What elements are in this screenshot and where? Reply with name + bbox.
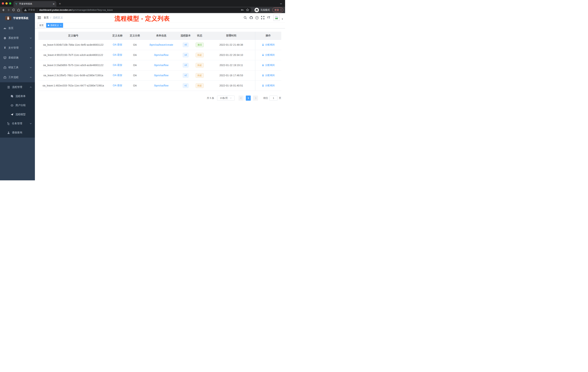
- pagination: 共 5 条 10条/页 1 前往 页: [35, 96, 281, 101]
- window-zoom-button[interactable]: [9, 2, 11, 5]
- table-row: oa_leave:3:1fad3d93-7b75-11ec-a3c8-acde4…: [38, 60, 281, 70]
- goto-label: 前往: [263, 97, 268, 100]
- assign-rule-link[interactable]: 分配规则: [262, 53, 274, 57]
- fullscreen-icon[interactable]: [261, 16, 265, 19]
- form-info-link[interactable]: /bpm/oa/flow: [154, 64, 168, 67]
- breadcrumb: 首页 / 流程定义: [44, 16, 63, 19]
- cell-actions: 分配规则: [255, 50, 281, 60]
- update-label: 更新: [274, 8, 279, 12]
- back-button[interactable]: [2, 8, 5, 12]
- sidebar-item-payment[interactable]: ¥ 支付管理: [0, 43, 35, 53]
- goto-page-input[interactable]: [269, 96, 277, 101]
- assign-rule-link[interactable]: 分配规则: [262, 84, 274, 87]
- home-button[interactable]: [17, 8, 20, 12]
- sidebar-item-infrastructure[interactable]: 基础设施: [0, 53, 35, 63]
- table-row: oa_leave:4:991f2193-7b7f-11ec-a3c8-acde4…: [38, 50, 281, 60]
- next-page-button[interactable]: [253, 96, 258, 101]
- breadcrumb-home[interactable]: 首页: [44, 16, 49, 19]
- form-info-link[interactable]: /bpm/oa/leave/create: [149, 43, 173, 46]
- browser-tab[interactable]: 芋道管理系统 ✕: [13, 1, 56, 7]
- cell-category: OA: [127, 80, 143, 91]
- assign-rule-link[interactable]: 分配规则: [262, 74, 274, 77]
- table-row: oa_leave:2:3c1f0ef1-76b1-11ec-9c66-a2380…: [38, 70, 281, 80]
- window-minimize-button[interactable]: [5, 2, 8, 5]
- sidebar-collapse-icon[interactable]: [35, 16, 44, 19]
- main-area: 首页 / 流程定义 流程模型 - 定义列表 ? TT: [35, 13, 285, 180]
- sidebar-item-label: 系统管理: [8, 36, 19, 40]
- sidebar-item-system[interactable]: 系统管理: [0, 33, 35, 43]
- tab-search-chevron-icon[interactable]: [280, 2, 282, 5]
- definition-name-link[interactable]: OA 请假: [113, 43, 122, 46]
- cell-definition-name: OA 请假: [108, 60, 127, 70]
- version-badge: v3: [183, 63, 189, 67]
- sidebar-item-process-form[interactable]: 流程表单: [0, 92, 35, 101]
- definition-table: 定义编号 定义名称 定义分类 表单信息 流程版本 状态 部署时间 操作: [38, 32, 281, 91]
- definition-name-link[interactable]: OA 请假: [113, 74, 122, 77]
- form-info-link[interactable]: /bpm/oa/flow: [154, 74, 168, 77]
- favicon-plant-icon: [15, 3, 18, 5]
- page-number-button[interactable]: 1: [246, 96, 251, 101]
- security-label[interactable]: 不安全: [28, 8, 35, 12]
- cell-status: 激活: [192, 40, 208, 50]
- cell-version: v4: [179, 50, 192, 60]
- tab-close-icon[interactable]: ✕: [52, 2, 55, 5]
- search-icon[interactable]: [243, 16, 247, 19]
- address-bar[interactable]: 不安全 dashboard.yudao.iocoder.cn/bpm/manag…: [22, 8, 251, 12]
- sidebar-logo-row[interactable]: 芋道管理系统: [0, 13, 35, 23]
- cell-deploy-time: 2022-01-16 01:40:51: [208, 80, 255, 91]
- avatar-caret-icon[interactable]: ▼: [282, 18, 283, 20]
- sidebar-item-dev-tools[interactable]: 研发工具: [0, 63, 35, 72]
- assign-rule-link[interactable]: 分配规则: [262, 64, 274, 67]
- font-size-icon[interactable]: TT: [267, 16, 271, 20]
- security-warning-icon[interactable]: [24, 9, 27, 11]
- sidebar-item-user-group[interactable]: 用户分组: [0, 101, 35, 110]
- new-tab-button[interactable]: +: [59, 2, 61, 6]
- definition-table-card: 定义编号 定义名称 定义分类 表单信息 流程版本 状态 部署时间 操作: [38, 32, 281, 91]
- url-path: /bpm/manager/definition?key=oa_leave: [72, 9, 113, 11]
- definition-name-link[interactable]: OA 请假: [113, 84, 122, 87]
- user-icon: [262, 84, 264, 87]
- sidebar-item-leave-query[interactable]: 请假查询: [0, 128, 35, 137]
- yen-icon: ¥: [3, 46, 6, 50]
- header-definition-id: 定义编号: [38, 32, 108, 40]
- form-edit-icon: [10, 95, 13, 98]
- update-browser-button[interactable]: 更新: [272, 8, 283, 12]
- bookmark-star-icon[interactable]: [246, 8, 249, 11]
- help-icon[interactable]: ?: [255, 16, 259, 20]
- password-key-icon[interactable]: [241, 8, 244, 11]
- github-icon[interactable]: [249, 16, 253, 20]
- sidebar-item-home[interactable]: 首页: [0, 23, 35, 33]
- forward-button[interactable]: [7, 8, 10, 12]
- sidebar-item-label: 支付管理: [8, 46, 19, 50]
- tag-home[interactable]: 首页: [38, 23, 45, 28]
- tree-icon: [7, 122, 10, 125]
- sidebar-item-process-model[interactable]: 流程模型: [0, 110, 35, 119]
- cell-actions: 分配规则: [255, 70, 281, 80]
- avatar[interactable]: [273, 15, 280, 21]
- sidebar-item-process-management[interactable]: 流程管理: [0, 83, 35, 92]
- incognito-label: 无痕模式: [260, 8, 270, 12]
- app-title: 芋道管理系统: [13, 17, 28, 20]
- tag-close-icon[interactable]: ×: [60, 24, 62, 27]
- prev-page-button[interactable]: [239, 96, 243, 101]
- page-title-overlay: 流程模型 - 定义列表: [115, 15, 170, 23]
- page-unit-label: 页: [279, 97, 281, 100]
- version-badge: v5: [183, 43, 189, 47]
- status-badge: 激活: [196, 43, 204, 47]
- definition-name-link[interactable]: OA 请假: [113, 64, 122, 66]
- url-text[interactable]: dashboard.yudao.iocoder.cn/bpm/manager/d…: [39, 9, 113, 11]
- app-window: 芋道管理系统 首页 系统管理 ¥ 支付管理 基础设施: [0, 13, 285, 180]
- browser-menu-dots-icon[interactable]: [281, 9, 281, 11]
- window-close-button[interactable]: [2, 2, 4, 5]
- sidebar-item-task-management[interactable]: 任务管理: [0, 119, 35, 128]
- assign-rule-link[interactable]: 分配规则: [262, 43, 274, 46]
- reload-button[interactable]: [12, 8, 15, 11]
- definition-name-link[interactable]: OA 请假: [113, 53, 122, 56]
- form-info-link[interactable]: /bpm/oa/flow: [154, 54, 168, 56]
- sidebar-item-workflow[interactable]: 工作流程: [0, 72, 35, 82]
- tag-label: 流程定义: [50, 24, 59, 27]
- tag-process-definition[interactable]: 流程定义 ×: [46, 23, 63, 28]
- pagination-jump: 前往 页: [263, 96, 281, 101]
- form-info-link[interactable]: /bpm/oa/flow: [154, 84, 168, 87]
- page-size-select[interactable]: 10条/页: [217, 96, 235, 101]
